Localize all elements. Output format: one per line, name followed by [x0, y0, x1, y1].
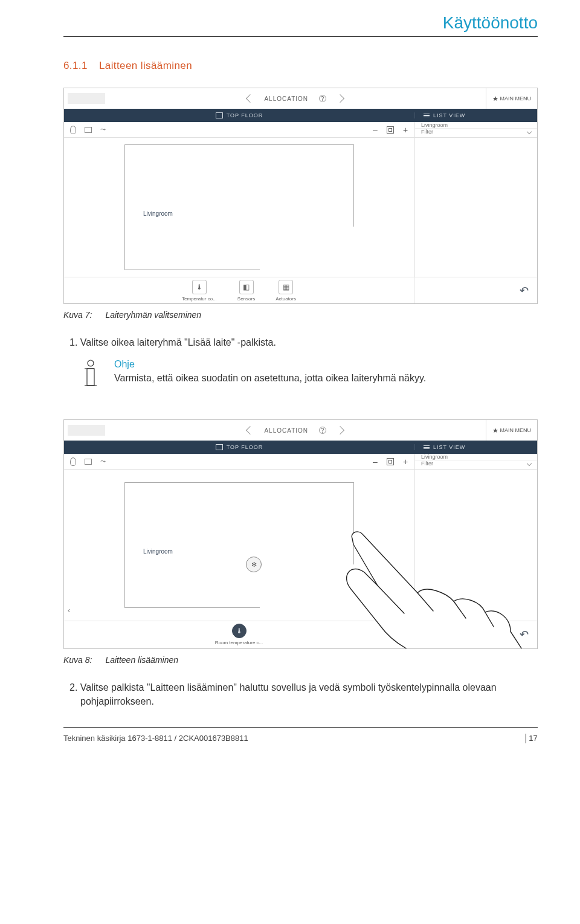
side-panel-body: [414, 138, 537, 277]
palette-item-temperature[interactable]: 🌡 Temperatur co...: [182, 280, 217, 302]
nav-title: ALLOCATION: [264, 427, 308, 434]
page-header: Käyttöönotto: [63, 0, 538, 36]
section-heading: 6.1.1 Laitteen lisääminen: [63, 60, 538, 72]
list-icon: [424, 445, 430, 450]
nav-prev-button[interactable]: [246, 94, 254, 103]
zoom-fit-button[interactable]: [387, 458, 394, 465]
figure-text-1: Laiteryhmän valitseminen: [105, 310, 201, 320]
blind-icon[interactable]: [85, 459, 92, 465]
floor-bar: TOP FLOOR LIST VIEW: [64, 441, 537, 454]
palette-item-actuators[interactable]: ▦ Actuators: [276, 280, 296, 302]
app-logo: [68, 425, 105, 436]
floor-icon: [216, 444, 223, 450]
side-row-room[interactable]: Livingroom: [415, 122, 537, 129]
palette-prev-button[interactable]: ‹: [68, 606, 70, 615]
figure-label-2: Kuva 8:: [63, 655, 92, 665]
footer-page: │17: [524, 734, 538, 743]
note-text: Varmista, että oikea suodatin on asetett…: [114, 373, 426, 384]
page-footer: Tekninen käsikirja 1673-1-8811 / 2CKA001…: [63, 727, 538, 743]
main-menu-label: MAIN MENU: [500, 427, 532, 433]
side-row-room[interactable]: Livingroom: [415, 454, 537, 460]
step-1-text: 1. Valitse oikea laiteryhmä "Lisää laite…: [63, 335, 538, 349]
nav-next-button[interactable]: [336, 94, 344, 103]
toolbar-left: ⤳ – +: [64, 454, 414, 469]
screenshot-2: ALLOCATION ? ★ MAIN MENU TOP FLOOR LIST …: [63, 419, 538, 649]
blind-icon[interactable]: [85, 127, 92, 133]
sensors-palette-icon: ◧: [239, 280, 254, 294]
palette-label-roomtemp: Room temperature c...: [215, 640, 263, 645]
chevron-down-icon: [527, 461, 532, 466]
floor-icon: [216, 112, 223, 118]
listview-toggle[interactable]: LIST VIEW: [414, 112, 537, 118]
figure-text-2: Laitteen lisääminen: [105, 655, 178, 665]
listview-label: LIST VIEW: [433, 112, 465, 118]
actuators-icon: ▦: [279, 280, 293, 294]
zoom-in-button[interactable]: +: [402, 125, 408, 135]
palette-label-sensors: Sensors: [237, 296, 255, 302]
zoom-fit-button[interactable]: [387, 126, 394, 134]
light-icon[interactable]: [70, 126, 76, 134]
help-icon[interactable]: ?: [319, 95, 326, 102]
star-icon: ★: [492, 95, 498, 103]
room-label: Livingroom: [143, 210, 173, 217]
room-label: Livingroom: [143, 548, 173, 555]
figure-caption-1: Kuva 7: Laiteryhmän valitseminen: [63, 310, 538, 320]
nav-title: ALLOCATION: [264, 95, 308, 102]
sensor-icon[interactable]: ⤳: [100, 126, 106, 134]
light-icon[interactable]: [70, 457, 76, 466]
side-room-label: Livingroom: [421, 122, 448, 128]
listview-toggle[interactable]: LIST VIEW: [414, 444, 537, 450]
device-palette: 🌡 Room temperature c...: [64, 621, 414, 647]
device-palette: 🌡 Temperatur co... ◧ Sensors ▦ Actuators: [64, 277, 414, 303]
zoom-out-button[interactable]: –: [372, 457, 378, 467]
zoom-in-button[interactable]: +: [402, 457, 408, 467]
main-menu-button[interactable]: ★ MAIN MENU: [486, 420, 538, 441]
floorplan[interactable]: Livingroom ✻: [124, 482, 354, 608]
note-box: Ohje Varmista, että oikea suodatin on as…: [80, 359, 538, 392]
section-title: Laitteen lisääminen: [99, 60, 192, 71]
section-number: 6.1.1: [63, 60, 88, 71]
footer-left: Tekninen käsikirja 1673-1-8811 / 2CKA001…: [63, 734, 248, 743]
main-menu-button[interactable]: ★ MAIN MENU: [486, 88, 538, 109]
side-room-label: Livingroom: [421, 454, 448, 460]
palette-item-sensors[interactable]: ◧ Sensors: [237, 280, 255, 302]
floor-label: TOP FLOOR: [227, 112, 263, 118]
header-rule: [63, 36, 538, 37]
app-topbar: ALLOCATION ? ★ MAIN MENU: [64, 420, 537, 441]
side-filter-label: Filter: [421, 129, 433, 135]
chevron-down-icon: [527, 129, 532, 134]
star-icon: ★: [492, 427, 498, 435]
sensor-icon[interactable]: ⤳: [100, 457, 106, 465]
palette-label-actuators: Actuators: [276, 296, 296, 302]
help-icon[interactable]: ?: [319, 427, 326, 434]
toolbar-left: ⤳ – +: [64, 122, 414, 137]
app-topbar: ALLOCATION ? ★ MAIN MENU: [64, 88, 537, 109]
side-filter-label: Filter: [421, 460, 433, 467]
roomtemp-icon: 🌡: [232, 624, 246, 638]
list-icon: [424, 114, 430, 118]
floor-bar: TOP FLOOR LIST VIEW: [64, 109, 537, 122]
info-icon: [80, 359, 101, 392]
nav-prev-button[interactable]: [246, 426, 254, 435]
svg-rect-1: [87, 369, 94, 386]
step-2-text: 2. Valitse palkista "Laitteen lisääminen…: [63, 680, 538, 708]
back-button[interactable]: ↶: [520, 284, 529, 297]
note-heading: Ohje: [114, 359, 426, 370]
floorplan[interactable]: Livingroom: [124, 144, 354, 270]
floor-label: TOP FLOOR: [227, 444, 263, 450]
temperature-icon: 🌡: [192, 280, 207, 294]
figure-caption-2: Kuva 8: Laitteen lisääminen: [63, 655, 538, 665]
figure-label-1: Kuva 7:: [63, 310, 92, 320]
zoom-out-button[interactable]: –: [372, 125, 378, 135]
palette-label-temperature: Temperatur co...: [182, 296, 217, 302]
svg-point-0: [88, 360, 94, 366]
side-panel-body: [414, 470, 537, 621]
side-row-filter[interactable]: Filter: [415, 129, 537, 135]
nav-next-button[interactable]: [336, 426, 344, 435]
palette-item-roomtemp[interactable]: 🌡 Room temperature c...: [215, 624, 263, 645]
app-logo: [68, 93, 105, 104]
dragged-device-icon[interactable]: ✻: [246, 557, 262, 572]
side-row-filter[interactable]: Filter: [415, 460, 537, 467]
listview-label: LIST VIEW: [433, 444, 465, 450]
back-button[interactable]: ↶: [520, 628, 529, 641]
